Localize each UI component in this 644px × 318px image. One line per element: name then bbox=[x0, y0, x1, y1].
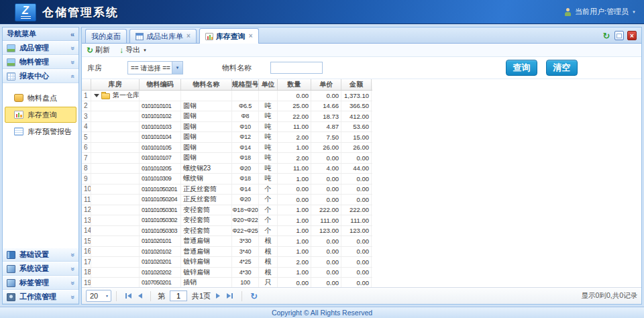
cell-amount: 0.00 bbox=[341, 236, 372, 246]
cell-name: 圆钢 bbox=[181, 132, 232, 142]
section-label: 成品管理 bbox=[19, 43, 49, 53]
table-row[interactable]: 170101020201镀锌扁钢4*25根2.000.000.00 bbox=[82, 257, 372, 268]
cell-unit: 吨 bbox=[259, 111, 278, 121]
table-row[interactable]: 30101010102圆钢Φ8吨22.0018.73412.00 bbox=[82, 111, 372, 122]
chevron-down-icon: » bbox=[70, 295, 75, 299]
table-row[interactable]: 150101020101普通扁钢3*30根1.000.000.00 bbox=[82, 236, 372, 247]
column-header-unit[interactable]: 单位 bbox=[259, 79, 278, 90]
table-row[interactable]: 10010101050201正反丝套筒Φ14个0.000.000.00 bbox=[82, 184, 372, 195]
stocktake-icon bbox=[14, 94, 23, 102]
table-row[interactable]: 14010101050303变径套筒Φ22~Φ25个1.00123.00123.… bbox=[82, 226, 372, 237]
cell-price: 4.87 bbox=[311, 122, 341, 132]
close-tab-icon[interactable]: × bbox=[249, 33, 253, 40]
sidebar-item-inventory-alert-report[interactable]: 库存预警报告 bbox=[5, 123, 76, 140]
table-row[interactable]: 180101020202镀锌扁钢4*30根1.000.000.00 bbox=[82, 268, 372, 278]
column-header-material-name[interactable]: 物料名称 bbox=[181, 79, 232, 90]
cell-code: 0101010101 bbox=[140, 101, 181, 111]
table-row[interactable]: 190107050201插销100只0.000.000.00 bbox=[82, 278, 372, 287]
page-number-input[interactable] bbox=[170, 290, 187, 301]
cell-code: 0101020101 bbox=[140, 236, 181, 246]
sidebar-section-workflow-mgmt[interactable]: 工作流管理 » bbox=[3, 290, 78, 304]
column-header-warehouse[interactable]: 库房 bbox=[91, 79, 140, 90]
grid-body: 20101010101圆钢Φ6.5吨25.0014.66366.50301010… bbox=[82, 101, 641, 288]
next-page-button[interactable] bbox=[216, 293, 220, 299]
cell-num: 15 bbox=[82, 236, 91, 246]
export-button[interactable]: ↓ 导出 ▼ bbox=[119, 45, 147, 55]
pager-refresh-icon[interactable]: ↻ bbox=[250, 291, 258, 301]
refresh-panel-icon[interactable]: ↻ bbox=[602, 31, 611, 40]
table-row[interactable]: 50101010104圆钢Φ12吨2.007.5015.00 bbox=[82, 132, 372, 143]
last-page-button[interactable] bbox=[227, 293, 233, 299]
cell-spec: Φ14 bbox=[232, 143, 259, 153]
maximize-icon[interactable] bbox=[614, 31, 624, 40]
cell-num: 13 bbox=[82, 215, 91, 225]
material-mgmt-icon bbox=[7, 58, 15, 66]
table-row[interactable]: 70101010107圆钢Φ18吨2.000.000.00 bbox=[82, 153, 372, 164]
prev-page-button[interactable] bbox=[138, 293, 142, 299]
cell-name bbox=[181, 91, 232, 101]
current-user-menu[interactable]: 当前用户:管理员 ▼ bbox=[564, 7, 636, 17]
cell-num: 18 bbox=[82, 268, 91, 278]
chevron-down-icon: » bbox=[70, 60, 75, 64]
column-header-amount[interactable]: 金额 bbox=[341, 79, 372, 90]
page-size-select[interactable]: 20 ▼ bbox=[86, 290, 111, 302]
caret-down-icon: ▼ bbox=[176, 66, 180, 70]
sidebar-section-basic-settings[interactable]: 基础设置 » bbox=[3, 248, 78, 262]
column-header-quantity[interactable]: 数量 bbox=[278, 79, 311, 90]
cell-spec: Φ18 bbox=[232, 174, 259, 184]
table-row[interactable]: 20101010101圆钢Φ6.5吨25.0014.66366.50 bbox=[82, 101, 372, 112]
collapse-sidebar-icon[interactable]: « bbox=[70, 31, 74, 38]
warehouse-select[interactable]: == 请选择 == ▼ bbox=[127, 61, 183, 74]
main-panel: 我的桌面 成品出库单 × 库存查询 × ↻ × bbox=[81, 27, 642, 305]
tab-inventory-query[interactable]: 库存查询 × bbox=[199, 28, 259, 44]
close-tab-icon[interactable]: × bbox=[186, 33, 191, 40]
close-panel-icon[interactable]: × bbox=[627, 31, 637, 40]
sidebar-section-material-mgmt[interactable]: 物料管理 » bbox=[3, 55, 78, 69]
cell-num: 6 bbox=[82, 143, 91, 153]
tree-group-row[interactable]: 1 第一仓库 0.00 0.00 1,373.10 bbox=[82, 91, 372, 101]
table-row[interactable]: 40101010103圆钢Φ10吨11.004.8753.60 bbox=[82, 122, 372, 133]
tab-my-desktop[interactable]: 我的桌面 bbox=[85, 29, 127, 43]
cell-num: 14 bbox=[82, 226, 91, 236]
query-button[interactable]: 查询 bbox=[506, 60, 537, 76]
refresh-button[interactable]: ↻ 刷新 bbox=[87, 45, 110, 55]
row-number-header bbox=[82, 79, 91, 90]
table-row[interactable]: 60101010105圆钢Φ14吨1.0026.0026.00 bbox=[82, 143, 372, 154]
sidebar-section-label-mgmt[interactable]: 标签管理 » bbox=[3, 276, 78, 290]
table-row[interactable]: 12010101050301变径套筒Φ18~Φ20个1.00222.00222.… bbox=[82, 205, 372, 216]
sidebar-section-report-center[interactable]: 报表中心 « bbox=[3, 69, 78, 83]
logo-letter: Z bbox=[22, 6, 29, 15]
cell-spec bbox=[232, 91, 259, 101]
table-row[interactable]: 80101010205螺纹钢23Φ20吨11.004.0044.00 bbox=[82, 164, 372, 174]
tree-expand-icon[interactable] bbox=[94, 94, 99, 97]
cell-unit: 吨 bbox=[259, 164, 278, 174]
cell-code: 0101020202 bbox=[140, 268, 181, 278]
table-row[interactable]: 13010101050302变径套筒Φ20~Φ22个1.00111.00111.… bbox=[82, 215, 372, 226]
tab-product-outbound[interactable]: 成品出库单 × bbox=[129, 29, 197, 43]
cell-name: 圆钢 bbox=[181, 153, 232, 163]
sidebar-item-inventory-query[interactable]: 库存查询 bbox=[5, 107, 76, 123]
column-header-unit-price[interactable]: 单价 bbox=[311, 79, 341, 90]
refresh-icon: ↻ bbox=[87, 46, 93, 54]
column-header-material-code[interactable]: 物料编码 bbox=[140, 79, 181, 90]
material-name-input[interactable] bbox=[270, 62, 323, 74]
cell-wh bbox=[91, 164, 140, 174]
select-dropdown-button[interactable]: ▼ bbox=[172, 62, 182, 74]
sidebar-item-material-stocktake[interactable]: 物料盘点 bbox=[5, 90, 76, 106]
section-label: 物料管理 bbox=[19, 57, 49, 67]
table-row[interactable]: 160101020102普通扁钢3*40根1.000.000.00 bbox=[82, 247, 372, 258]
cell-qty: 25.00 bbox=[278, 101, 311, 111]
sidebar-section-system-settings[interactable]: 系统设置 » bbox=[3, 262, 78, 276]
cell-num: 8 bbox=[82, 164, 91, 174]
table-row[interactable]: 11010101050204正反丝套筒Φ20个0.000.000.00 bbox=[82, 195, 372, 205]
column-header-spec[interactable]: 规格型号 bbox=[232, 79, 259, 90]
clear-button[interactable]: 清空 bbox=[546, 60, 578, 76]
cell-wh bbox=[91, 101, 140, 111]
table-row[interactable]: 90101010309螺纹钢Φ18吨1.000.000.00 bbox=[82, 174, 372, 184]
cell-unit: 吨 bbox=[259, 143, 278, 153]
first-page-button[interactable] bbox=[125, 293, 131, 299]
sidebar-section-product-mgmt[interactable]: 成品管理 » bbox=[3, 41, 78, 55]
cell-qty: 22.00 bbox=[278, 111, 311, 121]
cell-name: 螺纹钢 bbox=[181, 174, 232, 184]
cell-code: 010101050204 bbox=[140, 195, 181, 205]
